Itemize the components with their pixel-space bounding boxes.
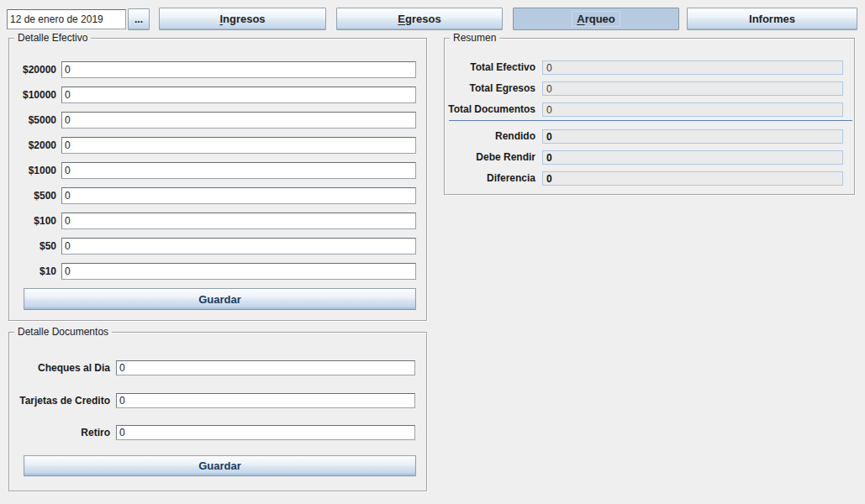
detalle-documentos-panel: Detalle Documentos Cheques al Dia Tarjet… <box>8 332 427 491</box>
detalle-efectivo-title: Detalle Efectivo <box>14 32 91 44</box>
detalle-efectivo-panel: Detalle Efectivo $20000 $10000 $5000 $20… <box>8 38 427 321</box>
cash-row-10: $10 <box>9 263 426 280</box>
cash-row-10000: $10000 <box>9 87 426 103</box>
cash-row-50: $50 <box>9 238 426 255</box>
total-efectivo-row: Total Efectivo 0 <box>445 60 854 75</box>
nav-button-informes[interactable]: Informes <box>687 8 857 30</box>
total-documentos-value: 0 <box>542 102 843 117</box>
cash-register-window: ... Ingresos Egresos Arqueo Informes Det… <box>0 0 865 504</box>
tarjetas-de-credito-label: Tarjetas de Credito <box>9 393 110 408</box>
rendido-label: Rendido <box>445 129 535 144</box>
total-egresos-value: 0 <box>542 81 843 96</box>
total-documentos-label: Total Documentos <box>445 102 535 117</box>
date-input[interactable] <box>7 9 126 29</box>
debe-rendir-value: 0 <box>542 150 843 165</box>
denomination-label: $5000 <box>13 112 56 129</box>
tarjetas-de-credito-input[interactable] <box>116 393 415 408</box>
rendido-value: 0 <box>542 129 843 144</box>
resumen-title: Resumen <box>450 32 499 44</box>
cash-row-1000: $1000 <box>9 162 426 179</box>
retiro-input[interactable] <box>116 425 415 440</box>
nav-button-ingresos[interactable]: Ingresos <box>159 8 326 30</box>
denomination-label: $20000 <box>13 61 56 78</box>
denomination-label: $1000 <box>13 162 56 179</box>
retiro-row: Retiro <box>9 425 426 440</box>
date-picker-button-label: ... <box>129 12 148 27</box>
label-rest: ngresos <box>223 13 266 25</box>
mnemonic-letter: E <box>398 13 405 25</box>
denomination-label: $10 <box>13 263 56 280</box>
date-picker-button[interactable]: ... <box>128 8 150 30</box>
nav-button-egresos-label: Egresos <box>393 11 446 27</box>
nav-button-arqueo-label: Arqueo <box>572 11 620 27</box>
label-rest: gresos <box>405 13 441 25</box>
denomination-100-input[interactable] <box>61 213 416 229</box>
debe-rendir-label: Debe Rendir <box>445 150 535 165</box>
denomination-label: $500 <box>13 187 56 204</box>
diferencia-label: Diferencia <box>445 171 535 186</box>
denomination-1000-input[interactable] <box>61 162 416 179</box>
denomination-20000-input[interactable] <box>61 61 416 78</box>
total-efectivo-value: 0 <box>542 60 843 75</box>
denomination-50-input[interactable] <box>61 238 416 255</box>
diferencia-value: 0 <box>542 171 843 186</box>
denomination-label: $50 <box>13 238 56 255</box>
save-documentos-button[interactable]: Guardar <box>24 455 416 476</box>
label-rest: rqueo <box>585 13 615 25</box>
label-rest: Informes <box>749 13 795 25</box>
denomination-10000-input[interactable] <box>61 87 416 103</box>
cheques-al-dia-input[interactable] <box>116 360 415 375</box>
cheques-row: Cheques al Dia <box>9 360 426 375</box>
diferencia-row: Diferencia 0 <box>445 171 854 186</box>
debe-rendir-row: Debe Rendir 0 <box>445 150 854 165</box>
resumen-panel: Resumen Total Efectivo 0 Total Egresos 0… <box>444 38 855 195</box>
denomination-2000-input[interactable] <box>61 137 416 154</box>
cash-row-20000: $20000 <box>9 61 426 78</box>
resumen-separator <box>449 120 852 121</box>
nav-button-egresos[interactable]: Egresos <box>336 8 503 30</box>
total-documentos-row: Total Documentos 0 <box>445 102 854 117</box>
mnemonic-letter: A <box>577 13 584 25</box>
nav-button-arqueo-active[interactable]: Arqueo <box>513 8 679 30</box>
cash-row-2000: $2000 <box>9 137 426 154</box>
detalle-documentos-title: Detalle Documentos <box>14 326 112 338</box>
denomination-label: $2000 <box>13 137 56 154</box>
cash-row-500: $500 <box>9 187 426 204</box>
nav-button-ingresos-label: Ingresos <box>214 11 270 27</box>
denomination-label: $10000 <box>13 87 56 103</box>
total-efectivo-label: Total Efectivo <box>445 60 535 75</box>
denomination-10-input[interactable] <box>61 263 416 280</box>
denomination-label: $100 <box>13 213 56 229</box>
denomination-5000-input[interactable] <box>61 112 416 129</box>
tarjetas-row: Tarjetas de Credito <box>9 393 426 408</box>
cash-row-100: $100 <box>9 213 426 229</box>
rendido-row: Rendido 0 <box>445 129 854 144</box>
total-egresos-row: Total Egresos 0 <box>445 81 854 96</box>
save-efectivo-button[interactable]: Guardar <box>24 288 416 310</box>
denomination-500-input[interactable] <box>61 187 416 204</box>
cash-row-5000: $5000 <box>9 112 426 129</box>
nav-button-informes-label: Informes <box>744 11 800 27</box>
cheques-al-dia-label: Cheques al Dia <box>9 360 110 375</box>
retiro-label: Retiro <box>9 425 110 440</box>
total-egresos-label: Total Egresos <box>445 81 535 96</box>
